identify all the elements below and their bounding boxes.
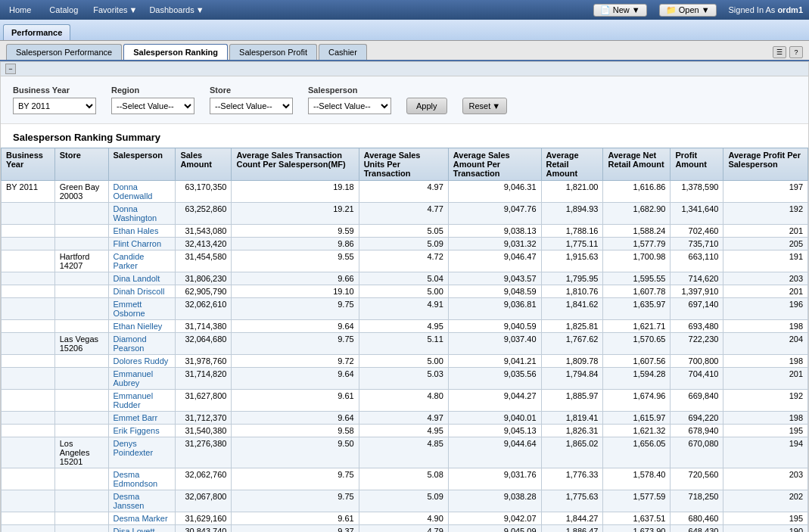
salesperson-link[interactable]: Donna Washington	[114, 204, 157, 222]
salesperson-link[interactable]: Emmanuel Rudder	[114, 391, 154, 409]
tab-salesperson-performance[interactable]: Salesperson Performance	[6, 44, 122, 60]
business-year-filter: Business Year BY 2011	[13, 86, 96, 114]
tab-salesperson-ranking[interactable]: Salesperson Ranking	[123, 44, 228, 60]
open-button[interactable]: 📁 Open ▼	[659, 4, 717, 17]
cell-business_year	[2, 490, 55, 512]
minimize-button[interactable]: −	[5, 64, 16, 74]
cell-profit_amount: 702,460	[671, 225, 723, 238]
reset-button[interactable]: Reset ▼	[462, 98, 508, 114]
tab-cashier[interactable]: Cashier	[319, 44, 367, 60]
cell-business_year	[2, 298, 55, 320]
salesperson-filter: Salesperson --Select Value--	[308, 86, 391, 114]
cell-avg_units_per_tx: 4.97	[359, 412, 448, 425]
salesperson-link[interactable]: Diamond Pearson	[114, 334, 147, 353]
cell-profit_amount: 680,460	[671, 512, 723, 525]
cell-avg_retail_amount: 1,795.95	[541, 272, 603, 285]
catalog-nav-item[interactable]: Catalog	[46, 4, 81, 16]
cell-business_year	[2, 320, 55, 333]
tab-help-icon[interactable]: ?	[789, 46, 803, 58]
salesperson-link[interactable]: Dinah Driscoll	[114, 287, 165, 296]
cell-avg_amount_per_tx: 9,040.59	[448, 320, 541, 333]
cell-store	[54, 390, 108, 412]
cell-business_year	[2, 468, 55, 490]
table-row: Desma Janssen32,067,8009.755.099,038.281…	[2, 490, 808, 512]
cell-profit_amount: 694,220	[671, 412, 723, 425]
cell-avg_profit_per_sp: 198	[723, 412, 808, 425]
cell-profit_amount: 663,110	[671, 250, 723, 272]
cell-avg_profit_per_sp: 192	[723, 203, 808, 225]
table-row: Desma Marker31,629,1609.614.909,042.071,…	[2, 512, 808, 525]
salesperson-link[interactable]: Donna Odenwalld	[114, 182, 153, 201]
store-select[interactable]: --Select Value--	[210, 98, 293, 114]
cell-avg_profit_per_sp: 198	[723, 320, 808, 333]
cell-avg_retail_amount: 1,788.16	[541, 225, 603, 238]
business-year-select[interactable]: BY 2011	[13, 98, 96, 114]
salesperson-select[interactable]: --Select Value--	[308, 98, 391, 114]
cell-avg_profit_per_sp: 194	[723, 437, 808, 468]
salesperson-link[interactable]: Desma Marker	[114, 514, 168, 523]
salesperson-link[interactable]: Denys Poindexter	[114, 439, 154, 457]
cell-avg_retail_amount: 1,767.62	[541, 333, 603, 355]
dashboards-nav-item[interactable]: Dashboards ▼	[149, 5, 204, 14]
cell-sales_amount: 63,170,350	[176, 181, 232, 203]
salesperson-link[interactable]: Emmanuel Aubrey	[114, 369, 154, 387]
salesperson-link[interactable]: Candide Parker	[114, 252, 145, 270]
cell-store	[54, 468, 108, 490]
region-select[interactable]: --Select Value--	[111, 98, 194, 114]
business-year-label: Business Year	[13, 86, 96, 95]
performance-window-tab[interactable]: Performance	[3, 24, 70, 40]
table-row: Erik Figgens31,540,3809.584.959,045.131,…	[2, 425, 808, 437]
cell-avg_amount_per_tx: 9,046.31	[448, 181, 541, 203]
col-avg-retail-amount: Average Retail Amount	[541, 148, 603, 181]
salesperson-link[interactable]: Flint Charron	[114, 239, 162, 248]
cell-avg_tx_count: 9.55	[232, 250, 359, 272]
cell-avg_retail_amount: 1,819.41	[541, 412, 603, 425]
salesperson-link[interactable]: Desma Janssen	[114, 492, 145, 510]
table-row: Dinah Driscoll62,905,79019.105.009,048.5…	[2, 285, 808, 298]
cell-sales_amount: 31,978,760	[176, 355, 232, 368]
cell-sales_amount: 31,714,380	[176, 320, 232, 333]
cell-avg_units_per_tx: 5.09	[359, 238, 448, 250]
salesperson-label: Salesperson	[308, 86, 391, 95]
cell-store	[54, 272, 108, 285]
cell-avg_net_retail: 1,588.24	[603, 225, 671, 238]
salesperson-link[interactable]: Ethan Nielley	[114, 322, 163, 331]
cell-avg_profit_per_sp: 201	[723, 285, 808, 298]
apply-button[interactable]: Apply	[406, 98, 447, 114]
data-table-container[interactable]: Business Year Store Salesperson Sales Am…	[1, 148, 808, 532]
cell-avg_amount_per_tx: 9,046.47	[448, 250, 541, 272]
cell-avg_units_per_tx: 5.00	[359, 285, 448, 298]
signed-in-label: Signed In As ordm1	[729, 5, 803, 14]
cell-store	[54, 225, 108, 238]
salesperson-link[interactable]: Emmett Osborne	[114, 300, 145, 318]
col-avg-net-retail: Average Net Retail Amount	[603, 148, 671, 181]
salesperson-link[interactable]: Emmet Barr	[114, 413, 158, 422]
salesperson-link[interactable]: Desma Edmondson	[114, 470, 158, 488]
salesperson-link[interactable]: Dolores Ruddy	[114, 356, 169, 366]
cell-sales_amount: 31,714,820	[176, 368, 232, 390]
cell-avg_profit_per_sp: 201	[723, 368, 808, 390]
cell-store	[54, 203, 108, 225]
table-row: Emmet Barr31,712,3709.644.979,040.011,81…	[2, 412, 808, 425]
cell-salesperson: Dinah Driscoll	[108, 285, 176, 298]
salesperson-link[interactable]: Ethan Hales	[114, 226, 159, 235]
cell-sales_amount: 63,252,860	[176, 203, 232, 225]
cell-sales_amount: 62,905,790	[176, 285, 232, 298]
tab-menu-icon[interactable]: ☰	[773, 46, 786, 58]
tab-salesperson-profit[interactable]: Salesperson Profit	[229, 44, 317, 60]
salesperson-link[interactable]: Dina Landolt	[114, 274, 160, 283]
favorites-nav-item[interactable]: Favorites ▼	[93, 5, 137, 14]
cell-sales_amount: 31,627,800	[176, 390, 232, 412]
salesperson-link[interactable]: Disa Lovett	[114, 527, 155, 532]
cell-sales_amount: 31,454,580	[176, 250, 232, 272]
cell-store	[54, 490, 108, 512]
favorites-dropdown-icon: ▼	[129, 5, 138, 14]
cell-profit_amount: 669,840	[671, 390, 723, 412]
cell-salesperson: Candide Parker	[108, 250, 176, 272]
table-row: Dina Landolt31,806,2309.665.049,043.571,…	[2, 272, 808, 285]
home-nav-item[interactable]: Home	[6, 4, 34, 16]
new-button[interactable]: 📄 New ▼	[593, 4, 647, 17]
cell-avg_tx_count: 9.86	[232, 238, 359, 250]
cell-store: Green Bay 20003	[54, 181, 108, 203]
salesperson-link[interactable]: Erik Figgens	[114, 426, 160, 435]
